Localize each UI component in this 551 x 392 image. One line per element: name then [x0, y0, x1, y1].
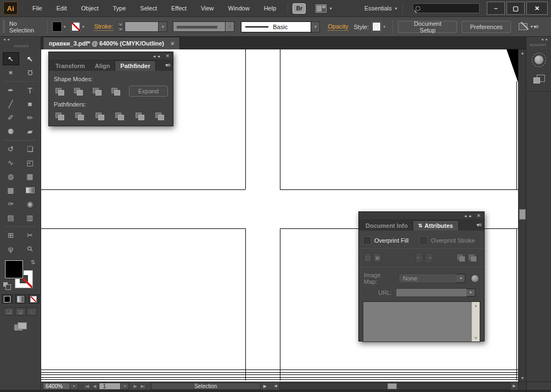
fill-proxy-swatch[interactable]	[5, 260, 23, 278]
eraser-tool[interactable]: ▰	[22, 125, 38, 138]
menu-object[interactable]: Object	[74, 0, 106, 16]
close-tab-icon[interactable]: ×	[171, 40, 174, 47]
collapse-dock-icon[interactable]: ◄◄	[541, 38, 548, 41]
menu-file[interactable]: File	[25, 0, 49, 16]
scale-tool[interactable]: ❏	[22, 142, 38, 155]
workspace-switcher[interactable]: Essentials ▼	[364, 5, 398, 12]
lasso-tool[interactable]: Ω	[22, 66, 38, 79]
reverse-path-on-button[interactable]: ⇢	[425, 253, 434, 263]
close-panel-icon[interactable]: ✕	[165, 53, 170, 59]
expand-button[interactable]: Expand	[129, 86, 168, 97]
drag-grip[interactable]	[3, 20, 5, 33]
first-artboard-button[interactable]: |◀	[83, 384, 91, 389]
column-graph-tool[interactable]: ▥	[22, 211, 38, 224]
zoom-tool[interactable]: ⚲	[22, 242, 38, 255]
scroll-up-icon[interactable]: ▲	[474, 302, 478, 309]
vertical-scrollbar[interactable]: ▲ ▼	[518, 49, 526, 382]
select-similar-icon[interactable]	[519, 23, 527, 30]
scroll-right-icon[interactable]: ▶	[510, 384, 518, 388]
shape-builder-tool[interactable]: ◍	[3, 170, 19, 183]
minus-front-button[interactable]	[72, 86, 84, 96]
drag-grip[interactable]	[530, 44, 546, 46]
gradient-tool[interactable]	[22, 183, 38, 197]
crop-button[interactable]	[114, 111, 126, 121]
exclude-button[interactable]	[110, 86, 122, 96]
horizontal-scroll-thumb[interactable]	[387, 383, 397, 389]
fill-dropdown-icon[interactable]: ▼	[61, 22, 68, 31]
brush-definition-field[interactable]: Basic	[241, 21, 311, 32]
fill-color-swatch[interactable]	[53, 22, 61, 31]
canvas[interactable]: ◄◄ ✕ Transform Align Pathfinder ▾≡ Shape…	[41, 49, 518, 382]
image-map-select[interactable]: None ▼	[398, 273, 466, 283]
document-tab[interactable]: правки_3.pdf* @ 6400% (CMYK/Outline) ×	[43, 37, 180, 49]
collapse-panel-icon[interactable]: ◄◄	[464, 214, 473, 218]
artboard-dropdown-icon[interactable]: ▼	[121, 383, 129, 390]
tab-align[interactable]: Align	[90, 60, 115, 71]
trim-button[interactable]	[74, 111, 86, 121]
url-list-box[interactable]: ▲ ▼	[363, 301, 480, 342]
graphic-style-swatch[interactable]	[372, 22, 381, 31]
style-dropdown-icon[interactable]: ▼	[381, 22, 387, 31]
tab-transform[interactable]: Transform	[50, 60, 90, 71]
gradient-mode-button[interactable]	[15, 294, 26, 304]
nonzero-fill-rule-button[interactable]	[456, 253, 466, 263]
swap-fill-stroke-icon[interactable]: ⇄	[30, 260, 36, 264]
close-panel-icon[interactable]: ✕	[476, 213, 481, 219]
perspective-grid-tool[interactable]: ▦	[22, 170, 38, 183]
maximize-button[interactable]: ▢	[507, 2, 525, 15]
vertical-scroll-thumb[interactable]	[519, 209, 526, 220]
zoom-dropdown-icon[interactable]: ▼	[70, 383, 78, 390]
menu-help[interactable]: Help	[257, 0, 284, 16]
magic-wand-tool[interactable]: ✶	[3, 66, 19, 79]
minus-back-button[interactable]	[154, 111, 166, 121]
minimize-button[interactable]: –	[487, 2, 505, 15]
panel-menu-icon[interactable]: ▾≡	[476, 222, 481, 228]
panel-title-bar[interactable]: ◄◄ ✕	[359, 212, 484, 220]
rectangle-tool[interactable]: ■	[22, 97, 38, 110]
overprint-fill-checkbox[interactable]	[364, 237, 370, 244]
zoom-level-field[interactable]: 6400%	[43, 383, 70, 390]
chevron-down-icon[interactable]: ▼	[329, 7, 333, 10]
stepper-up-icon[interactable]: ▲	[117, 22, 123, 26]
panel-menu-icon[interactable]: ▾≡	[165, 62, 170, 68]
stroke-color-swatch[interactable]	[71, 22, 80, 31]
status-display-field[interactable]: Selection	[151, 383, 261, 390]
unite-button[interactable]	[54, 86, 65, 96]
last-artboard-button[interactable]: ▶|	[139, 384, 147, 389]
web-browser-globe-icon[interactable]	[471, 275, 479, 283]
brush-definition-dropdown[interactable]: ▼	[311, 21, 320, 32]
list-scrollbar[interactable]: ▲ ▼	[471, 302, 480, 341]
next-artboard-button[interactable]: ▶	[131, 384, 138, 389]
color-mode-button[interactable]	[2, 294, 13, 304]
pencil-tool[interactable]: ✏	[22, 111, 38, 124]
reverse-path-off-button[interactable]: ⇠	[415, 253, 424, 263]
drag-grip[interactable]	[14, 45, 29, 47]
hand-tool[interactable]: ψ	[3, 242, 19, 255]
pen-tool[interactable]: ✒	[3, 83, 19, 97]
none-mode-button[interactable]	[28, 294, 40, 304]
search-input[interactable]	[423, 5, 473, 12]
stroke-panel-link[interactable]: Stroke:	[94, 23, 113, 31]
default-fill-stroke-icon[interactable]	[3, 282, 10, 289]
symbol-sprayer-tool[interactable]: ▤	[3, 211, 19, 224]
scroll-left-icon[interactable]: ◀	[272, 384, 279, 388]
draw-behind-mode[interactable]: ◲	[15, 307, 26, 316]
stroke-weight-dropdown[interactable]: ▼	[159, 21, 167, 32]
close-button[interactable]: ✕	[526, 2, 548, 15]
merge-button[interactable]	[94, 111, 106, 121]
type-tool[interactable]: T	[22, 83, 38, 97]
draw-normal-mode[interactable]: ❏	[3, 307, 14, 316]
horizontal-scroll-track[interactable]	[279, 383, 510, 390]
scroll-down-icon[interactable]: ▼	[474, 334, 478, 341]
overprint-stroke-checkbox[interactable]	[420, 237, 427, 244]
menu-effect[interactable]: Effect	[164, 0, 194, 16]
paintbrush-tool[interactable]: ✐	[3, 111, 19, 124]
variable-width-profile-field[interactable]	[173, 21, 226, 32]
intersect-button[interactable]	[91, 86, 103, 96]
evenodd-fill-rule-button[interactable]	[468, 253, 477, 263]
stepper-down-icon[interactable]: ▼	[117, 27, 123, 31]
opacity-panel-link[interactable]: Opacity	[328, 23, 348, 31]
mesh-tool[interactable]: ▩	[3, 183, 19, 197]
document-setup-button[interactable]: Document Setup	[398, 21, 458, 33]
width-tool[interactable]: ∿	[3, 156, 19, 169]
